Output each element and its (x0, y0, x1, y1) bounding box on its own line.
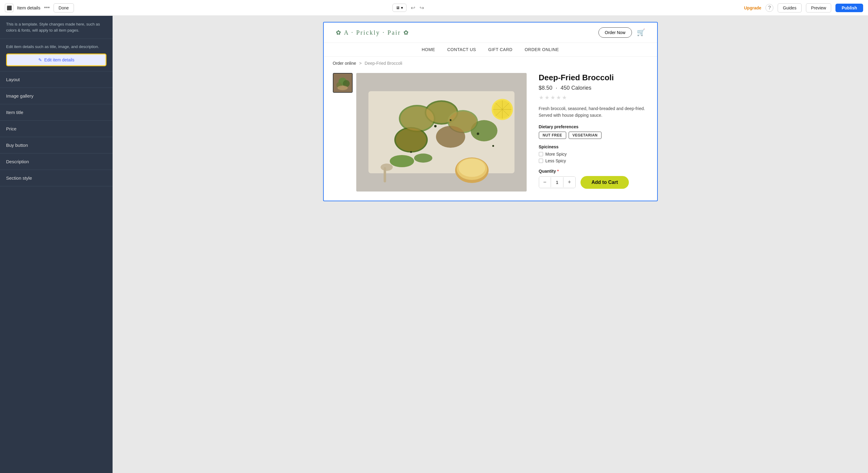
quantity-required-marker: * (557, 169, 559, 174)
thumbnail-image-1 (334, 74, 352, 92)
header-right: Order Now 🛒 (598, 27, 645, 38)
top-bar-right: Upgrade ? Guides Preview Publish (744, 3, 863, 12)
page-title: Item details (17, 5, 40, 10)
guides-button[interactable]: Guides (778, 3, 801, 12)
nav-order-online[interactable]: ORDER ONLINE (525, 47, 559, 52)
star-5: ★ (562, 94, 567, 101)
help-button[interactable]: ? (766, 4, 773, 12)
price-separator: · (556, 85, 557, 91)
spiciness-less-spicy[interactable]: Less Spicy (539, 158, 648, 163)
breadcrumb-current: Deep-Fried Broccoli (365, 61, 403, 66)
desktop-icon: 🖥 (396, 5, 400, 10)
less-spicy-label: Less Spicy (546, 158, 566, 163)
thumbnail-1[interactable] (333, 73, 352, 93)
item-description: Fresh broccoli, seasoned, hand-breaded a… (539, 105, 648, 119)
preview-button[interactable]: Preview (806, 3, 832, 12)
quantity-row: − 1 + Add to Cart (539, 176, 648, 189)
sidebar-info-box: This is a template. Style changes made h… (0, 16, 113, 39)
nav-home[interactable]: HOME (422, 47, 435, 52)
nav-gift-card[interactable]: GIFT CARD (488, 47, 513, 52)
dietary-tag-vegetarian: VEGETARIAN (569, 132, 602, 139)
logo-ornament-left: ✿ (336, 29, 342, 36)
more-spicy-label: More Spicy (546, 152, 567, 157)
publish-button[interactable]: Publish (835, 4, 863, 12)
logo-text: A · Prickly · Pair (344, 29, 403, 36)
price-label: Price (6, 126, 17, 131)
redo-button[interactable]: ↪ (418, 3, 425, 12)
device-selector[interactable]: 🖥 ▾ (393, 4, 406, 12)
image-gallery-label: Image gallery (6, 93, 33, 99)
food-svg (356, 73, 527, 192)
cart-icon[interactable]: 🛒 (637, 29, 645, 36)
item-calories: 450 Calories (561, 85, 591, 91)
dietary-tags-group: NUT FREE VEGETARIAN (539, 132, 648, 139)
sidebar-template-info: This is a template. Style changes made h… (6, 21, 106, 33)
edit-item-details-button[interactable]: ✎ Edit item details (6, 54, 106, 66)
nav-contact-us[interactable]: CONTACT US (447, 47, 476, 52)
svg-point-27 (414, 154, 432, 163)
main-area: This is a template. Style changes made h… (0, 16, 868, 473)
thumbnail-column (333, 73, 352, 192)
dietary-tag-nut-free: NUT FREE (539, 132, 566, 139)
sidebar-item-description[interactable]: Description (0, 154, 113, 170)
svg-point-4 (337, 86, 348, 90)
svg-point-28 (381, 164, 393, 171)
add-to-cart-button[interactable]: Add to Cart (581, 176, 629, 189)
canvas: ✿ A · Prickly · Pair ✿ Order Now 🛒 HOME … (113, 16, 868, 473)
svg-rect-29 (384, 167, 386, 182)
more-options-icon[interactable]: ••• (44, 5, 50, 11)
layout-label: Layout (6, 77, 20, 82)
site-nav: HOME CONTACT US GIFT CARD ORDER ONLINE (324, 43, 657, 57)
sidebar-item-section-style[interactable]: Section style (0, 170, 113, 187)
spiciness-label: Spiciness (539, 144, 648, 149)
sidebar-item-buy-button[interactable]: Buy button (0, 137, 113, 154)
sidebar-item-price[interactable]: Price (0, 121, 113, 137)
less-spicy-checkbox[interactable] (539, 159, 543, 163)
quantity-decrease-button[interactable]: − (539, 177, 551, 188)
dietary-preferences-label: Dietary preferences (539, 124, 648, 129)
item-price: $8.50 (539, 85, 553, 91)
svg-point-33 (410, 151, 412, 153)
star-3: ★ (550, 94, 555, 101)
sidebar-item-image-gallery[interactable]: Image gallery (0, 88, 113, 104)
item-price-calories: $8.50 · 450 Calories (539, 85, 648, 91)
breadcrumb: Order online > Deep-Fried Broccoli (324, 57, 657, 70)
svg-point-26 (390, 155, 414, 167)
star-1: ★ (539, 94, 544, 101)
sidebar-menu: Layout Image gallery Item title Price Bu… (0, 71, 113, 473)
chevron-down-icon: ▾ (401, 5, 403, 10)
svg-point-32 (477, 133, 479, 135)
item-title-label: Item title (6, 110, 24, 115)
description-label: Description (6, 159, 29, 164)
star-2: ★ (545, 94, 550, 101)
sidebar-edit-description: Edit item details such as title, image, … (6, 44, 106, 50)
svg-point-25 (459, 159, 485, 177)
buy-button-label: Buy button (6, 142, 28, 148)
undo-button[interactable]: ↩ (409, 3, 416, 12)
section-style-label: Section style (6, 175, 32, 180)
spiciness-more-spicy[interactable]: More Spicy (539, 152, 648, 157)
svg-point-16 (396, 128, 426, 151)
item-name: Deep-Fried Broccoli (539, 73, 648, 82)
item-gallery (333, 73, 527, 192)
quantity-increase-button[interactable]: + (563, 177, 575, 188)
breadcrumb-separator: > (359, 61, 362, 66)
sidebar-item-layout[interactable]: Layout (0, 71, 113, 88)
logo-ornament-right: ✿ (403, 29, 409, 36)
top-bar-center: 🖥 ▾ ↩ ↪ (393, 3, 425, 12)
svg-point-30 (434, 125, 437, 127)
more-spicy-checkbox[interactable] (539, 152, 543, 156)
pencil-icon: ✎ (38, 58, 42, 62)
order-now-button[interactable]: Order Now (598, 27, 632, 38)
site-header: ✿ A · Prickly · Pair ✿ Order Now 🛒 (324, 23, 657, 43)
edit-item-details-label: Edit item details (44, 58, 74, 62)
sidebar-item-item-title[interactable]: Item title (0, 104, 113, 121)
breadcrumb-base[interactable]: Order online (333, 61, 356, 66)
main-food-image (356, 73, 527, 192)
website-frame: ✿ A · Prickly · Pair ✿ Order Now 🛒 HOME … (323, 22, 658, 201)
sidebar: This is a template. Style changes made h… (0, 16, 113, 473)
site-logo: ✿ A · Prickly · Pair ✿ (336, 29, 409, 36)
done-button[interactable]: Done (54, 3, 74, 12)
quantity-label: Quantity * (539, 169, 648, 174)
upgrade-link[interactable]: Upgrade (744, 5, 761, 10)
